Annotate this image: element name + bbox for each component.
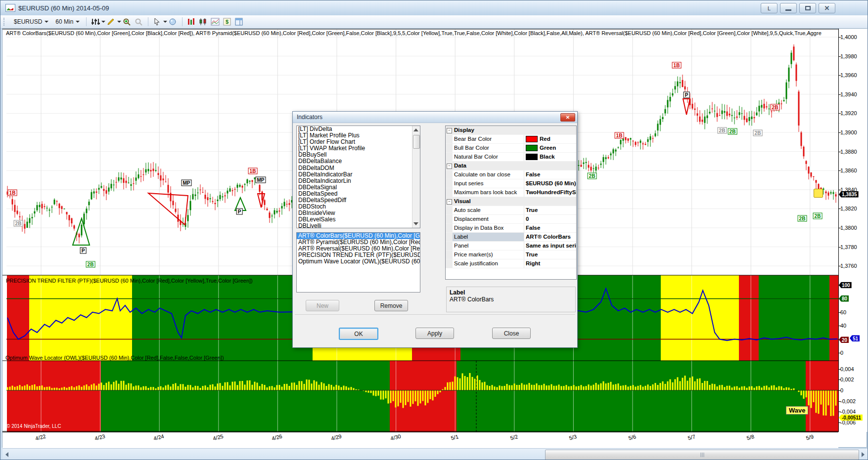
date-tick: 5/3 <box>569 433 578 441</box>
dialog-title-bar[interactable]: Indicators ✕ <box>293 112 577 123</box>
data-box-icon[interactable] <box>168 17 178 26</box>
draw-icon[interactable] <box>106 17 116 26</box>
price-tick: 1,3940 <box>840 91 857 97</box>
scrollbar-thumb[interactable] <box>413 135 420 149</box>
chevron-down-icon[interactable] <box>101 21 105 23</box>
signal-marker-2b: 2B <box>771 104 780 111</box>
scroll-right-icon[interactable] <box>862 452 865 457</box>
date-tick: 4/23 <box>94 433 106 442</box>
property-row-scale-justification[interactable]: Scale justificationRight <box>446 259 576 268</box>
maximize-icon <box>805 6 811 10</box>
date-tick: 5/2 <box>509 433 518 441</box>
toolbar: $EURUSD 60 Min <box>0 15 868 29</box>
link-button[interactable]: L <box>761 3 777 13</box>
minimize-button[interactable] <box>780 3 797 13</box>
new-button[interactable]: New <box>306 300 339 311</box>
property-row-bear-bar-color[interactable]: Bear Bar ColorRed <box>446 135 576 144</box>
configured-indicators-list[interactable]: ART® ColorBars($EURUSD (60 Min),Color [G… <box>296 232 420 293</box>
indicator-header-text: ART® ColorBars($EURUSD (60 Min),Color [G… <box>6 30 836 36</box>
available-indicator-item[interactable]: DBDeltaDOM <box>297 165 420 171</box>
indicators-icon[interactable] <box>91 17 100 26</box>
property-row-displacement[interactable]: Displacement0 <box>446 215 576 224</box>
maximize-button[interactable] <box>799 3 816 13</box>
candlestick-icon[interactable] <box>198 17 208 26</box>
chart-app-icon <box>5 4 15 12</box>
signal-marker-2b: 2B <box>14 220 23 227</box>
close-button[interactable]: ✕ <box>819 3 835 13</box>
title-bar[interactable]: $EURUSD (60 Min) 2014-05-09 L ✕ <box>0 0 868 15</box>
scroll-left-icon[interactable] <box>5 452 8 457</box>
property-row-maximum-bars-look-back[interactable]: Maximum bars look backTwoHundredFiftySix <box>446 188 576 197</box>
close-icon: ✕ <box>566 115 570 120</box>
window-title: $EURUSD (60 Min) 2014-05-09 <box>18 4 109 12</box>
signal-marker-p: P <box>684 92 690 98</box>
property-section-data[interactable]: −Data <box>446 162 576 170</box>
property-row-natural-bar-color[interactable]: Natural Bar ColorBlack <box>446 153 576 162</box>
signal-marker-1b: 1B <box>615 132 624 139</box>
indicators-dialog[interactable]: Indicators ✕ [LT] DivDelta[LT] Market Pr… <box>292 111 578 348</box>
list-scrollbar[interactable] <box>412 126 420 228</box>
available-indicator-item[interactable]: DBDeltaBalance <box>297 158 420 165</box>
ptf-tick: 60 <box>840 309 846 315</box>
scroll-up-icon[interactable] <box>413 128 418 131</box>
signal-marker-2b: 2B <box>813 213 822 219</box>
property-row-panel[interactable]: PanelSame as input series <box>446 242 576 251</box>
owl-tick: 0,002 <box>840 376 854 382</box>
zoom-in-icon[interactable] <box>122 17 132 26</box>
ptf-panel-label: PRECISION TREND FILTER (PTF)($EURUSD (60… <box>6 278 253 284</box>
color-swatch <box>526 136 538 142</box>
cursor-icon[interactable] <box>152 17 162 26</box>
color-swatch <box>526 145 538 151</box>
scroll-down-icon[interactable] <box>413 222 418 225</box>
date-tick: 5/7 <box>687 433 696 441</box>
price-axis[interactable]: 1,40001,39801,39601,39401,39201,39001,38… <box>838 29 868 432</box>
property-row-label[interactable]: LabelART® ColorBars <box>446 233 576 242</box>
indicator-properties-grid[interactable]: −DisplayBear Bar ColorRedBull Bar ColorG… <box>445 125 577 280</box>
property-section-display[interactable]: −Display <box>446 126 576 135</box>
configured-indicator-item[interactable]: Optimum Wave Locator (OWL)($EURUSD (60 M… <box>297 258 420 265</box>
horizontal-scrollbar[interactable] <box>2 448 868 460</box>
scrollbar-thumb[interactable] <box>545 450 859 460</box>
property-row-auto-scale[interactable]: Auto scaleTrue <box>446 206 576 215</box>
panel-icon[interactable] <box>234 17 244 26</box>
zoom-out-icon[interactable] <box>134 17 144 26</box>
dollar-icon[interactable]: $ <box>222 17 232 26</box>
price-tick: 1,3880 <box>840 149 857 155</box>
chevron-down-icon[interactable] <box>117 21 121 23</box>
toolbar-separator <box>182 17 183 26</box>
signal-marker-2b: 2B <box>718 127 727 134</box>
price-tick: 1,3920 <box>840 110 857 116</box>
property-row-bull-bar-color[interactable]: Bull Bar ColorGreen <box>446 144 576 153</box>
property-row-display-in-data-box[interactable]: Display in Data BoxFalse <box>446 224 576 233</box>
available-indicator-item[interactable]: DBLivelli <box>297 223 420 228</box>
property-section-visual[interactable]: −Visual <box>446 197 576 206</box>
chart-style-icon[interactable] <box>210 17 220 26</box>
chevron-down-icon[interactable] <box>163 21 167 23</box>
dialog-separator <box>295 314 575 315</box>
available-indicator-item[interactable]: DBDeltaIndicatorBar <box>297 171 420 178</box>
date-tick: 4/22 <box>35 433 46 442</box>
available-indicator-item[interactable]: DBDeltaIndicatorLin <box>297 178 420 184</box>
signal-marker-p: P <box>80 248 87 254</box>
reversal-yellow-marker <box>814 189 823 198</box>
remove-button[interactable]: Remove <box>374 300 408 311</box>
instrument-dropdown[interactable]: $EURUSD <box>10 17 52 27</box>
signal-marker-2b: 2B <box>588 173 597 179</box>
dialog-close-button[interactable]: ✕ <box>560 113 575 122</box>
apply-button[interactable]: Apply <box>415 328 454 339</box>
property-row-input-series[interactable]: Input series$EURUSD (60 Min) <box>446 179 576 188</box>
close-dialog-button[interactable]: Close <box>492 328 531 339</box>
interval-dropdown[interactable]: 60 Min <box>52 17 83 27</box>
owl-panel-label: Optimum Wave Locator (OWL)($EURUSD (60 M… <box>5 355 224 361</box>
bar-type-icon[interactable] <box>186 17 196 26</box>
time-axis[interactable]: 4/224/234/244/254/264/294/305/15/25/35/6… <box>2 432 838 448</box>
toolbar-grip[interactable] <box>3 18 6 26</box>
chart-window: $EURUSD (60 Min) 2014-05-09 L ✕ $EURUSD … <box>0 0 868 460</box>
signal-marker-2b: 2B <box>798 215 807 222</box>
price-tick: 1,3820 <box>840 206 857 211</box>
property-row-price-marker-s-[interactable]: Price marker(s)True <box>446 251 576 259</box>
available-indicators-list[interactable]: [LT] DivDelta[LT] Market Profile Plus[LT… <box>296 125 420 228</box>
property-row-calculate-on-bar-close[interactable]: Calculate on bar closeFalse <box>446 170 576 179</box>
available-indicator-item[interactable]: DBDeltaSignal <box>297 184 420 191</box>
ok-button[interactable]: OK <box>339 328 378 340</box>
